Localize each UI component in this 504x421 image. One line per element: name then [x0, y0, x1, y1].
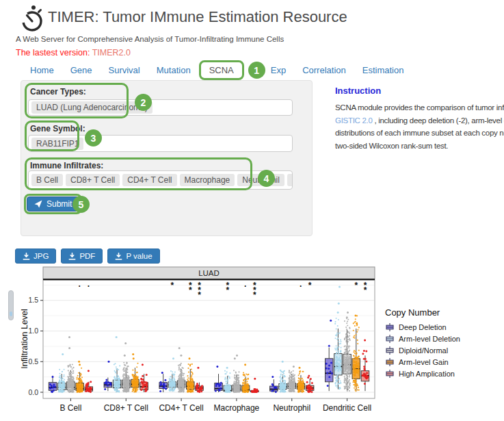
- boxplot-key-icon: [385, 346, 395, 355]
- immune-infiltrate-tag-b-cell[interactable]: B Cell: [31, 174, 63, 186]
- send-icon: [34, 200, 42, 208]
- chart-legend: Copy Number Deep DeletionArm-level Delet…: [385, 307, 460, 379]
- svg-text:*: *: [364, 285, 367, 295]
- legend-item-deep-deletion: Deep Deletion: [385, 322, 460, 332]
- tab-exp[interactable]: Exp: [263, 61, 294, 79]
- gistic-link[interactable]: GISTIC 2.0: [335, 116, 373, 125]
- scrollbar-thumb[interactable]: [8, 290, 14, 320]
- x-tick-label: CD4+ T Cell: [159, 403, 203, 413]
- svg-text:1.5: 1.5: [28, 296, 38, 304]
- page-subtitle: A Web Server for Comprehensive Analysis …: [16, 35, 284, 43]
- download-button-label: PDF: [79, 252, 95, 260]
- immune-infiltrate-tag-dendritic-cell[interactable]: Dendritic Cell: [287, 174, 293, 186]
- stopwatch-icon: [19, 4, 45, 36]
- svg-text:0.0: 0.0: [28, 388, 38, 396]
- submit-button[interactable]: Submit: [27, 196, 79, 212]
- x-tick-label: Macrophage: [214, 403, 260, 413]
- svg-text:*: *: [253, 290, 256, 300]
- tab-scna[interactable]: SCNA: [209, 65, 234, 75]
- tab-estimation[interactable]: Estimation: [354, 61, 412, 79]
- svg-text:*: *: [189, 285, 192, 295]
- svg-text:1.0: 1.0: [28, 327, 38, 335]
- facet-title: LUAD: [198, 269, 220, 277]
- boxplot-key-icon: [385, 357, 395, 367]
- x-tick-label: Neutrophil: [273, 403, 310, 413]
- scna-form-panel: Cancer Types: LUAD (Lung Adenocarcinoma)…: [21, 80, 313, 236]
- cancer-types-label: Cancer Types:: [30, 87, 86, 97]
- svg-text:*: *: [198, 290, 201, 300]
- active-tab-annotation-box: SCNA: [199, 60, 244, 80]
- annotation-step-4: 4: [258, 170, 275, 187]
- legend-label: High Amplication: [399, 370, 455, 378]
- instruction-panel: Instruction SCNA module provides the com…: [335, 86, 504, 152]
- download-icon: [115, 253, 122, 260]
- svg-text:·: ·: [79, 281, 81, 291]
- tab-bar: HomeGeneSurvivalMutationSCNA1ExpCorrelat…: [22, 60, 412, 80]
- svg-text:·: ·: [88, 281, 90, 291]
- svg-text:*: *: [171, 281, 174, 290]
- annotation-step-1: 1: [248, 62, 265, 79]
- boxplot-key-icon: [385, 322, 395, 332]
- cancer-types-input[interactable]: LUAD (Lung Adenocarcinoma): [28, 99, 293, 116]
- download-jpg-button[interactable]: JPG: [15, 248, 56, 264]
- gene-symbol-tag[interactable]: RAB11FIP1: [31, 138, 83, 150]
- tab-correlation[interactable]: Correlation: [294, 61, 354, 79]
- version-note: The lastest version: TIMER2.0: [16, 48, 131, 58]
- svg-text:·: ·: [244, 281, 247, 291]
- annotation-step-2: 2: [135, 94, 152, 111]
- scrollbar-notch: [10, 311, 12, 316]
- boxplot-key-icon: [385, 334, 395, 344]
- immune-infiltrate-tag-cd4-t-cell[interactable]: CD4+ T Cell: [122, 174, 176, 186]
- svg-text:*: *: [308, 281, 312, 290]
- legend-label: Arm-level Gain: [399, 358, 449, 366]
- immune-infiltrate-tag-macrophage[interactable]: Macrophage: [180, 174, 235, 186]
- annotation-step-5: 5: [72, 196, 90, 213]
- tab-home[interactable]: Home: [22, 61, 62, 79]
- strip-divider: [43, 279, 375, 280]
- gene-symbol-label: Gene Symbol:: [30, 124, 85, 133]
- timer2-link[interactable]: TIMER2.0: [92, 48, 131, 58]
- version-label: The lastest version:: [16, 48, 90, 58]
- legend-title: Copy Number: [385, 307, 460, 318]
- page-title: TIMER: Tumor IMmune Estimation Resource: [48, 8, 347, 26]
- x-axis: B CellCD8+ T CellCD4+ T CellMacrophageNe…: [59, 398, 371, 413]
- legend-label: Deep Deletion: [399, 323, 447, 331]
- instruction-line-2-rest: , including deep deletion (-2), arm-leve…: [373, 116, 504, 125]
- tab-survival[interactable]: Survival: [101, 61, 148, 79]
- immune-infiltrates-label: Immune Infiltrates:: [30, 161, 103, 170]
- download-p-value-button[interactable]: P value: [107, 248, 159, 264]
- y-axis-title: Infiltration Level: [20, 309, 29, 369]
- svg-text:·: ·: [300, 281, 302, 291]
- tab-mutation[interactable]: Mutation: [148, 61, 199, 79]
- timer-scna-page: TIMER: Tumor IMmune Estimation Resource …: [0, 0, 504, 421]
- svg-text:*: *: [226, 285, 229, 295]
- svg-text:0.5: 0.5: [28, 357, 38, 366]
- legend-label: Diploid/Normal: [399, 346, 448, 355]
- legend-item-arm-level-gain: Arm-level Gain: [385, 357, 460, 367]
- instruction-line-1: SCNA module provides the comparison of t…: [335, 101, 504, 114]
- download-button-label: JPG: [34, 252, 49, 260]
- boxplot-key-icon: [385, 369, 395, 379]
- gene-symbol-input[interactable]: RAB11FIP1: [28, 135, 293, 152]
- download-pdf-button[interactable]: PDF: [61, 248, 103, 264]
- y-axis: 0.00.51.01.5: [28, 296, 43, 396]
- immune-infiltrates-input[interactable]: B CellCD8+ T CellCD4+ T CellMacrophageNe…: [28, 170, 293, 190]
- download-icon: [68, 253, 76, 260]
- svg-text:*: *: [354, 281, 358, 290]
- legend-label: Arm-level Deletion: [399, 335, 460, 343]
- annotation-step-3: 3: [85, 129, 102, 146]
- immune-infiltrate-tag-cd8-t-cell[interactable]: CD8+ T Cell: [66, 174, 120, 186]
- instruction-line-3: distributions of each immune subset at e…: [335, 127, 504, 140]
- instruction-title: Instruction: [335, 86, 504, 96]
- legend-item-diploid-normal: Diploid/Normal: [385, 346, 460, 355]
- legend-item-high-amplication: High Amplication: [385, 369, 460, 379]
- instruction-line-4: two-sided Wilcoxon rank-sum test.: [335, 140, 504, 153]
- instruction-line-2: GISTIC 2.0 , including deep deletion (-2…: [335, 114, 504, 127]
- legend-item-arm-level-deletion: Arm-level Deletion: [385, 334, 460, 344]
- download-icon: [23, 253, 30, 260]
- tab-gene[interactable]: Gene: [62, 61, 101, 79]
- x-tick-label: B Cell: [59, 403, 81, 413]
- download-toolbar: JPGPDFP value: [15, 248, 160, 264]
- x-tick-label: Dendritic Cell: [323, 403, 371, 413]
- x-tick-label: CD8+ T Cell: [104, 403, 148, 413]
